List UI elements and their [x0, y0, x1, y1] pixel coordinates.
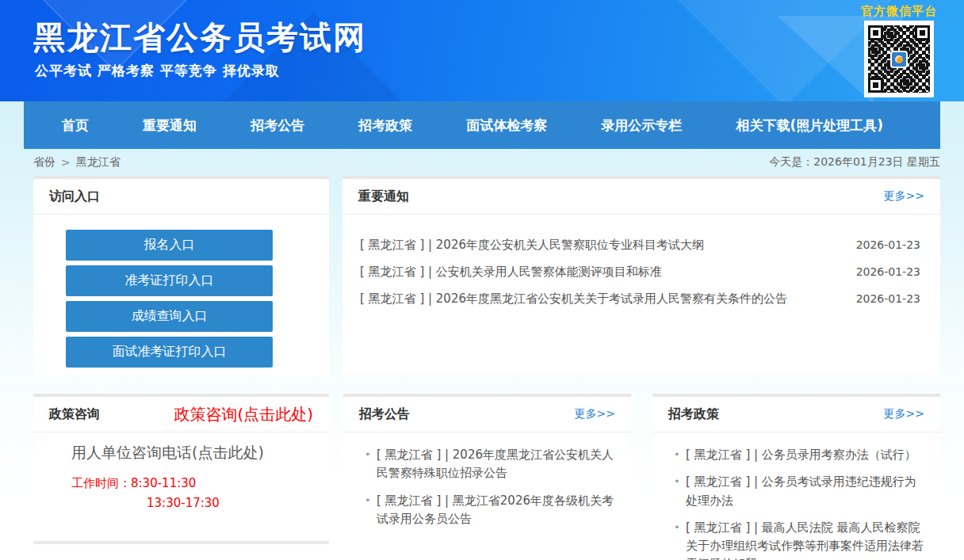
entry-buttons: 报名入口 准考证打印入口 成绩查询入口 面试准考证打印入口	[33, 215, 329, 368]
qr-center-logo-icon	[890, 51, 908, 68]
nav-item-recruit-policies[interactable]: 招考政策	[358, 116, 412, 135]
consult-body: 用人单位咨询电话(点击此处) 工作时间：8:30-11:30 13:30-17:…	[33, 432, 329, 513]
policy-item[interactable]: [ 黑龙江省 ] | 最高人民法院 最高人民检察院关于办理组织考试作弊等刑事案件…	[674, 519, 928, 560]
consult-panel-header: 政策咨询 政策咨询(点击此处)	[33, 397, 329, 432]
policy-item[interactable]: [ 黑龙江省 ] | 公务员考试录用违纪违规行为处理办法	[674, 473, 928, 510]
breadcrumb-provinces[interactable]: 省份	[33, 155, 55, 170]
admission-ticket-print-button[interactable]: 准考证打印入口	[66, 265, 273, 296]
notice-item-date: 2026-01-23	[856, 238, 920, 251]
notices-panel-header: 重要通知 更多>>	[342, 179, 940, 215]
nav-item-recruit-announcements[interactable]: 招考公告	[251, 116, 304, 135]
today-date: 今天是：2026年01月23日 星期五	[769, 155, 940, 170]
recruit-announcements-panel: 招考公告 更多>> [ 黑龙江省 ] | 2026年度黑龙江省公安机关人民警察特…	[343, 394, 631, 560]
register-entry-button[interactable]: 报名入口	[66, 230, 273, 261]
notice-item-title[interactable]: [ 黑龙江省 ] | 2026年度黑龙江省公安机关关于考试录用人民警察有关条件的…	[360, 291, 787, 307]
nav-item-interview-physical[interactable]: 面试体检考察	[466, 116, 547, 135]
announcement-item[interactable]: [ 黑龙江省 ] | 黑龙江省2026年度各级机关考试录用公务员公告	[365, 492, 618, 529]
notice-item-date: 2026-01-23	[856, 265, 920, 278]
notice-item-title[interactable]: [ 黑龙江省 ] | 公安机关录用人民警察体能测评项目和标准	[360, 265, 662, 280]
announcement-item[interactable]: [ 黑龙江省 ] | 2026年度黑龙江省公安机关人民警察特殊职位招录公告	[365, 446, 618, 483]
notice-item-title[interactable]: [ 黑龙江省 ] | 2026年度公安机关人民警察职位专业科目考试大纲	[360, 238, 704, 253]
notices-list: [ 黑龙江省 ] | 2026年度公安机关人民警察职位专业科目考试大纲 2026…	[342, 215, 940, 312]
notice-item-date: 2026-01-23	[856, 292, 920, 305]
announcements-more-link[interactable]: 更多>>	[575, 407, 615, 421]
important-notices-panel: 重要通知 更多>> [ 黑龙江省 ] | 2026年度公安机关人民警察职位专业科…	[342, 176, 940, 375]
qr-finder-icon	[868, 78, 883, 93]
main-navigation: 首页 重要通知 招考公告 招考政策 面试体检考察 录用公示专栏 相关下载(照片处…	[24, 101, 940, 149]
breadcrumb-row: 省份 > 黑龙江省 今天是：2026年01月23日 星期五	[33, 149, 940, 176]
wechat-platform-label: 官方微信平台	[861, 4, 937, 19]
policy-consult-panel: 政策咨询 政策咨询(点击此处) 用人单位咨询电话(点击此处) 工作时间：8:30…	[33, 394, 329, 544]
entry-panel-title: 访问入口	[49, 189, 100, 205]
entry-panel: 访问入口 报名入口 准考证打印入口 成绩查询入口 面试准考证打印入口	[33, 176, 329, 376]
announcements-panel-header: 招考公告 更多>>	[343, 397, 631, 432]
nav-item-home[interactable]: 首页	[62, 116, 89, 135]
working-hours: 工作时间：8:30-11:30 13:30-17:30	[71, 474, 329, 513]
recruit-policies-panel: 招考政策 更多>> [ 黑龙江省 ] | 公务员录用考察办法（试行） [ 黑龙江…	[652, 394, 940, 560]
interview-ticket-print-button[interactable]: 面试准考证打印入口	[66, 337, 273, 368]
wechat-qr-code	[864, 21, 934, 97]
consult-panel-title: 政策咨询	[49, 406, 100, 423]
qr-pattern	[868, 25, 930, 93]
nav-item-downloads[interactable]: 相关下载(照片处理工具)	[736, 116, 883, 135]
policies-list: [ 黑龙江省 ] | 公务员录用考察办法（试行） [ 黑龙江省 ] | 公务员考…	[652, 432, 940, 560]
notice-item[interactable]: [ 黑龙江省 ] | 2026年度黑龙江省公安机关关于考试录用人民警察有关条件的…	[360, 285, 920, 312]
notice-item[interactable]: [ 黑龙江省 ] | 2026年度公安机关人民警察职位专业科目考试大纲 2026…	[360, 231, 920, 258]
employer-phone-link[interactable]: 用人单位咨询电话(点击此处)	[71, 443, 329, 463]
policies-panel-header: 招考政策 更多>>	[652, 397, 940, 432]
policies-more-link[interactable]: 更多>>	[884, 407, 924, 421]
nav-item-important-notices[interactable]: 重要通知	[143, 116, 197, 135]
score-query-button[interactable]: 成绩查询入口	[66, 301, 273, 332]
entry-panel-header: 访问入口	[33, 179, 329, 215]
announcements-list: [ 黑龙江省 ] | 2026年度黑龙江省公安机关人民警察特殊职位招录公告 [ …	[343, 432, 631, 528]
qr-finder-icon	[915, 25, 930, 40]
breadcrumb-current[interactable]: 黑龙江省	[76, 155, 120, 170]
breadcrumb: 省份 > 黑龙江省	[33, 155, 120, 170]
site-slogan: 公平考试 严格考察 平等竞争 择优录取	[35, 62, 280, 80]
site-title: 黑龙江省公务员考试网	[33, 16, 366, 59]
nav-item-hiring-publicity[interactable]: 录用公示专栏	[601, 116, 682, 135]
site-header: 黑龙江省公务员考试网 公平考试 严格考察 平等竞争 择优录取 官方微信平台	[0, 0, 964, 101]
consult-click-here-link[interactable]: 政策咨询(点击此处)	[174, 404, 313, 425]
working-hours-am: 工作时间：8:30-11:30	[71, 474, 329, 493]
working-hours-pm: 13:30-17:30	[71, 493, 329, 513]
notice-item[interactable]: [ 黑龙江省 ] | 公安机关录用人民警察体能测评项目和标准 2026-01-2…	[360, 258, 920, 285]
policy-item[interactable]: [ 黑龙江省 ] | 公务员录用考察办法（试行）	[674, 446, 928, 464]
announcements-panel-title: 招考公告	[359, 406, 410, 423]
policies-panel-title: 招考政策	[668, 406, 719, 423]
qr-finder-icon	[868, 25, 883, 40]
notices-more-link[interactable]: 更多>>	[884, 189, 924, 204]
breadcrumb-separator: >	[61, 156, 71, 169]
notices-panel-title: 重要通知	[358, 189, 409, 205]
